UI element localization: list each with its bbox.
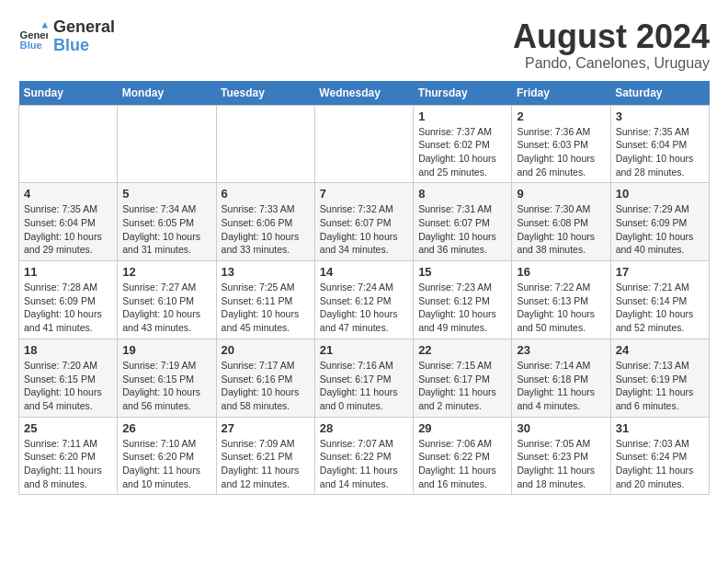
- day-info: Sunrise: 7:03 AM Sunset: 6:24 PM Dayligh…: [616, 437, 704, 491]
- calendar-table: SundayMondayTuesdayWednesdayThursdayFrid…: [18, 81, 710, 496]
- day-info: Sunrise: 7:23 AM Sunset: 6:12 PM Dayligh…: [418, 281, 506, 335]
- day-number: 10: [616, 187, 704, 201]
- logo-icon: General Blue: [18, 22, 48, 52]
- day-info: Sunrise: 7:32 AM Sunset: 6:07 PM Dayligh…: [320, 202, 408, 257]
- day-info: Sunrise: 7:06 AM Sunset: 6:22 PM Dayligh…: [418, 437, 506, 491]
- calendar-header: SundayMondayTuesdayWednesdayThursdayFrid…: [19, 81, 710, 106]
- calendar-week-row: 11Sunrise: 7:28 AM Sunset: 6:09 PM Dayli…: [19, 261, 710, 339]
- weekday-header-row: SundayMondayTuesdayWednesdayThursdayFrid…: [19, 81, 710, 106]
- calendar-week-row: 25Sunrise: 7:11 AM Sunset: 6:20 PM Dayli…: [19, 417, 710, 495]
- day-info: Sunrise: 7:14 AM Sunset: 6:18 PM Dayligh…: [517, 359, 605, 413]
- day-number: 18: [24, 343, 112, 357]
- day-info: Sunrise: 7:19 AM Sunset: 6:15 PM Dayligh…: [122, 359, 210, 413]
- calendar-cell: 27Sunrise: 7:09 AM Sunset: 6:21 PM Dayli…: [216, 417, 314, 495]
- calendar-cell: 22Sunrise: 7:15 AM Sunset: 6:17 PM Dayli…: [414, 339, 512, 417]
- calendar-cell: 4Sunrise: 7:35 AM Sunset: 6:04 PM Daylig…: [19, 183, 118, 261]
- day-info: Sunrise: 7:27 AM Sunset: 6:10 PM Dayligh…: [122, 281, 210, 335]
- calendar-body: 1Sunrise: 7:37 AM Sunset: 6:02 PM Daylig…: [19, 105, 710, 495]
- day-number: 11: [24, 265, 112, 279]
- calendar-cell: 7Sunrise: 7:32 AM Sunset: 6:07 PM Daylig…: [314, 183, 413, 261]
- calendar-cell: 16Sunrise: 7:22 AM Sunset: 6:13 PM Dayli…: [512, 261, 610, 339]
- day-info: Sunrise: 7:29 AM Sunset: 6:09 PM Dayligh…: [616, 202, 704, 257]
- calendar-cell: 14Sunrise: 7:24 AM Sunset: 6:12 PM Dayli…: [314, 261, 413, 339]
- day-info: Sunrise: 7:37 AM Sunset: 6:02 PM Dayligh…: [418, 125, 506, 179]
- svg-marker-2: [42, 22, 48, 28]
- page-header: General Blue General Blue August 2024 Pa…: [18, 18, 710, 72]
- day-info: Sunrise: 7:07 AM Sunset: 6:22 PM Dayligh…: [320, 437, 408, 491]
- calendar-cell: 11Sunrise: 7:28 AM Sunset: 6:09 PM Dayli…: [19, 261, 118, 339]
- weekday-header-sunday: Sunday: [19, 81, 118, 106]
- day-info: Sunrise: 7:09 AM Sunset: 6:21 PM Dayligh…: [222, 437, 310, 491]
- location-subtitle: Pando, Canelones, Uruguay: [513, 55, 710, 72]
- calendar-cell: [19, 105, 118, 183]
- day-number: 6: [222, 187, 310, 201]
- calendar-cell: 26Sunrise: 7:10 AM Sunset: 6:20 PM Dayli…: [118, 417, 216, 495]
- weekday-header-monday: Monday: [118, 81, 216, 106]
- calendar-cell: 15Sunrise: 7:23 AM Sunset: 6:12 PM Dayli…: [414, 261, 512, 339]
- day-number: 4: [24, 187, 112, 201]
- day-number: 8: [418, 187, 506, 201]
- day-info: Sunrise: 7:33 AM Sunset: 6:06 PM Dayligh…: [222, 202, 310, 257]
- calendar-week-row: 1Sunrise: 7:37 AM Sunset: 6:02 PM Daylig…: [19, 105, 710, 183]
- day-info: Sunrise: 7:15 AM Sunset: 6:17 PM Dayligh…: [418, 359, 506, 413]
- calendar-cell: [216, 105, 314, 183]
- day-number: 23: [517, 343, 605, 357]
- day-number: 2: [517, 109, 605, 123]
- day-info: Sunrise: 7:28 AM Sunset: 6:09 PM Dayligh…: [24, 281, 112, 335]
- day-info: Sunrise: 7:13 AM Sunset: 6:19 PM Dayligh…: [616, 359, 704, 413]
- calendar-cell: 2Sunrise: 7:36 AM Sunset: 6:03 PM Daylig…: [512, 105, 610, 183]
- calendar-cell: 23Sunrise: 7:14 AM Sunset: 6:18 PM Dayli…: [512, 339, 610, 417]
- day-number: 21: [320, 343, 408, 357]
- weekday-header-tuesday: Tuesday: [216, 81, 314, 106]
- day-number: 29: [418, 421, 506, 435]
- day-number: 27: [222, 421, 310, 435]
- calendar-cell: 1Sunrise: 7:37 AM Sunset: 6:02 PM Daylig…: [414, 105, 512, 183]
- calendar-cell: 24Sunrise: 7:13 AM Sunset: 6:19 PM Dayli…: [610, 339, 709, 417]
- day-number: 14: [320, 265, 408, 279]
- calendar-cell: 13Sunrise: 7:25 AM Sunset: 6:11 PM Dayli…: [216, 261, 314, 339]
- day-info: Sunrise: 7:05 AM Sunset: 6:23 PM Dayligh…: [517, 437, 605, 491]
- day-number: 25: [24, 421, 112, 435]
- calendar-cell: 20Sunrise: 7:17 AM Sunset: 6:16 PM Dayli…: [216, 339, 314, 417]
- calendar-cell: 18Sunrise: 7:20 AM Sunset: 6:15 PM Dayli…: [19, 339, 118, 417]
- day-number: 31: [616, 421, 704, 435]
- day-number: 24: [616, 343, 704, 357]
- calendar-cell: 12Sunrise: 7:27 AM Sunset: 6:10 PM Dayli…: [118, 261, 216, 339]
- day-info: Sunrise: 7:20 AM Sunset: 6:15 PM Dayligh…: [24, 359, 112, 413]
- day-info: Sunrise: 7:16 AM Sunset: 6:17 PM Dayligh…: [320, 359, 408, 413]
- calendar-cell: [314, 105, 413, 183]
- day-info: Sunrise: 7:24 AM Sunset: 6:12 PM Dayligh…: [320, 281, 408, 335]
- weekday-header-thursday: Thursday: [414, 81, 512, 106]
- calendar-week-row: 4Sunrise: 7:35 AM Sunset: 6:04 PM Daylig…: [19, 183, 710, 261]
- calendar-cell: 5Sunrise: 7:34 AM Sunset: 6:05 PM Daylig…: [118, 183, 216, 261]
- calendar-cell: 21Sunrise: 7:16 AM Sunset: 6:17 PM Dayli…: [314, 339, 413, 417]
- day-info: Sunrise: 7:31 AM Sunset: 6:07 PM Dayligh…: [418, 202, 506, 257]
- calendar-cell: 31Sunrise: 7:03 AM Sunset: 6:24 PM Dayli…: [610, 417, 709, 495]
- svg-text:General: General: [20, 29, 48, 40]
- weekday-header-saturday: Saturday: [610, 81, 709, 106]
- day-number: 20: [222, 343, 310, 357]
- day-info: Sunrise: 7:35 AM Sunset: 6:04 PM Dayligh…: [616, 125, 704, 179]
- calendar-cell: 10Sunrise: 7:29 AM Sunset: 6:09 PM Dayli…: [610, 183, 709, 261]
- day-number: 12: [122, 265, 210, 279]
- day-number: 19: [122, 343, 210, 357]
- day-number: 30: [517, 421, 605, 435]
- day-info: Sunrise: 7:11 AM Sunset: 6:20 PM Dayligh…: [24, 437, 112, 491]
- logo-text: General Blue: [53, 18, 115, 55]
- calendar-cell: 19Sunrise: 7:19 AM Sunset: 6:15 PM Dayli…: [118, 339, 216, 417]
- svg-text:Blue: Blue: [20, 40, 42, 51]
- calendar-week-row: 18Sunrise: 7:20 AM Sunset: 6:15 PM Dayli…: [19, 339, 710, 417]
- calendar-cell: 6Sunrise: 7:33 AM Sunset: 6:06 PM Daylig…: [216, 183, 314, 261]
- day-number: 28: [320, 421, 408, 435]
- month-year-title: August 2024: [513, 18, 710, 55]
- weekday-header-friday: Friday: [512, 81, 610, 106]
- day-number: 15: [418, 265, 506, 279]
- day-number: 1: [418, 109, 506, 123]
- weekday-header-wednesday: Wednesday: [314, 81, 413, 106]
- day-info: Sunrise: 7:17 AM Sunset: 6:16 PM Dayligh…: [222, 359, 310, 413]
- calendar-cell: 17Sunrise: 7:21 AM Sunset: 6:14 PM Dayli…: [610, 261, 709, 339]
- calendar-cell: 28Sunrise: 7:07 AM Sunset: 6:22 PM Dayli…: [314, 417, 413, 495]
- day-info: Sunrise: 7:35 AM Sunset: 6:04 PM Dayligh…: [24, 202, 112, 257]
- calendar-cell: 3Sunrise: 7:35 AM Sunset: 6:04 PM Daylig…: [610, 105, 709, 183]
- day-info: Sunrise: 7:36 AM Sunset: 6:03 PM Dayligh…: [517, 125, 605, 179]
